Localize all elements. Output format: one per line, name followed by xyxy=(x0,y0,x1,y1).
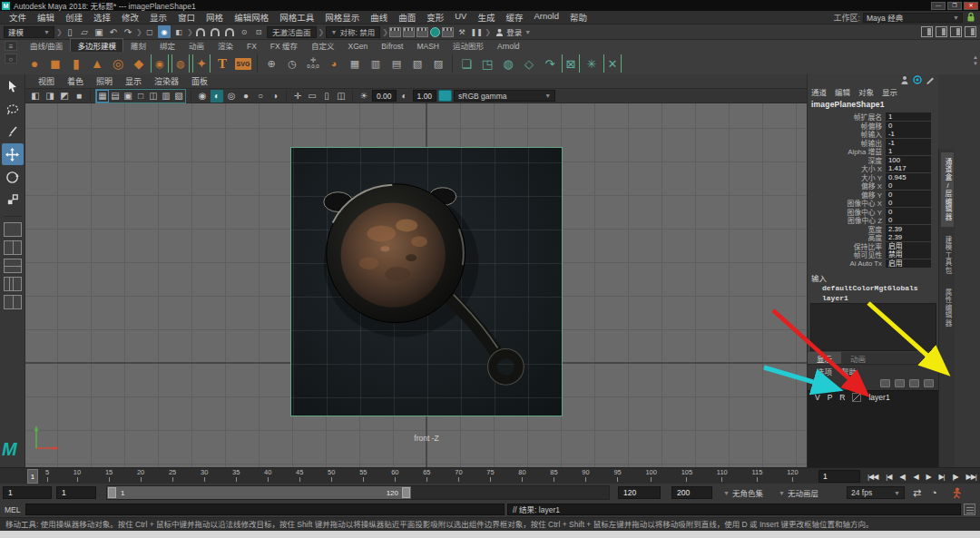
menu-item[interactable]: 窗口 xyxy=(172,11,201,24)
range-track[interactable]: 1 120 xyxy=(106,485,610,500)
channel-box-menu[interactable]: 显示 xyxy=(882,86,897,97)
exposure-field[interactable]: 0.00 xyxy=(372,90,397,102)
attribute-value[interactable]: 0 xyxy=(886,216,931,224)
create-empty-layer-icon[interactable] xyxy=(880,379,890,387)
channel-box-menu[interactable]: 对象 xyxy=(858,86,874,97)
attribute-value[interactable]: 启用 xyxy=(886,259,931,268)
command-language-label[interactable]: MEL xyxy=(0,505,25,514)
render-view-icon[interactable] xyxy=(389,27,401,37)
poly-plane-icon[interactable]: ◆ xyxy=(130,54,148,73)
camera-attributes-icon[interactable]: ◩ xyxy=(58,90,71,103)
select-hierarchy-icon[interactable]: ▢ xyxy=(143,25,156,38)
svg-tool-icon[interactable]: SVG xyxy=(234,54,252,73)
panel-menu-item[interactable]: 面板 xyxy=(186,75,213,87)
animation-start-field[interactable]: 1 xyxy=(3,486,52,499)
color-management-icon[interactable] xyxy=(438,90,452,102)
menu-item[interactable]: 变形 xyxy=(421,11,449,24)
menu-item[interactable]: 编辑网格 xyxy=(229,11,274,24)
panel-menu-item[interactable]: 显示 xyxy=(120,75,147,87)
separate-icon[interactable]: ◳ xyxy=(478,54,496,73)
menu-item[interactable]: 曲线 xyxy=(365,11,393,24)
select-tool[interactable] xyxy=(2,75,24,97)
shelf-tab[interactable]: 雕刻 xyxy=(124,39,152,52)
playback-loop-icon[interactable]: ⇄ xyxy=(913,486,921,499)
minimize-button[interactable]: — xyxy=(931,2,946,10)
viewport-3d[interactable]: front -Z xyxy=(25,103,832,467)
layer-reference-toggle[interactable]: R xyxy=(839,393,845,402)
attribute-value[interactable]: 启用 xyxy=(886,242,931,250)
separator[interactable]: ❯ xyxy=(382,26,387,38)
stack-icon[interactable]: ▨ xyxy=(429,54,447,73)
attribute-value[interactable]: -1 xyxy=(886,139,931,147)
menu-set-dropdown[interactable]: 建模▼ xyxy=(4,26,54,38)
layout-single-pane-button[interactable] xyxy=(4,222,22,237)
current-frame-marker[interactable]: 1 xyxy=(27,469,38,484)
shelf-tab[interactable]: 运动图形 xyxy=(446,39,490,52)
menu-item[interactable]: 网格 xyxy=(201,11,229,24)
target-weld-icon[interactable]: ✳ xyxy=(583,54,601,73)
restore-button[interactable]: ❐ xyxy=(947,2,962,10)
range-start-handle[interactable] xyxy=(108,487,116,498)
attribute-value[interactable]: 2.39 xyxy=(886,225,931,233)
layout-two-pane-button[interactable] xyxy=(4,240,22,255)
gate-mask-icon[interactable]: ◫ xyxy=(335,90,348,103)
combine-icon[interactable]: ❏ xyxy=(457,54,475,73)
playback-end-field[interactable]: 120 xyxy=(618,486,661,499)
toggle-channel-box-icon[interactable] xyxy=(950,26,962,37)
workspace-dropdown[interactable]: Maya 经典 ▼ xyxy=(863,13,963,23)
attribute-value[interactable]: 0.945 xyxy=(886,173,931,181)
layer-editor-menu[interactable]: 选项 xyxy=(817,366,832,377)
input-node[interactable]: layer1 xyxy=(811,293,918,303)
redo-icon[interactable]: ↷ xyxy=(122,25,134,38)
display-render-settings-icon[interactable] xyxy=(442,27,454,37)
attribute-value[interactable]: 禁用 xyxy=(886,250,931,259)
separator[interactable]: ❯ xyxy=(56,26,62,38)
make-live-icon[interactable]: ⊡ xyxy=(252,25,265,38)
menu-item[interactable]: 文件 xyxy=(4,11,32,24)
snap-to-point-icon[interactable] xyxy=(225,28,234,36)
attribute-value[interactable]: 0 xyxy=(886,199,931,207)
pause-icon[interactable]: ❚❚ xyxy=(470,25,483,38)
image-plane[interactable] xyxy=(290,147,563,416)
shelf-options-icon[interactable]: ○ xyxy=(5,54,17,64)
move-tool[interactable] xyxy=(2,143,24,165)
current-frame-field[interactable]: 1 xyxy=(818,470,860,483)
lights-icon[interactable]: □ xyxy=(134,90,147,103)
playback-button[interactable]: ▶ xyxy=(926,473,930,481)
layer-editor-tab[interactable]: 显示 xyxy=(808,352,841,364)
texture-view-icon[interactable]: ◐ xyxy=(211,90,223,103)
anim-layer-dropdown[interactable]: ▼ 无动画层 xyxy=(779,486,818,499)
attribute-value[interactable]: 1 xyxy=(886,112,931,121)
menu-item[interactable]: 网格工具 xyxy=(274,11,319,24)
menu-item[interactable]: 显示 xyxy=(144,11,172,24)
select-object-icon[interactable]: ◉ xyxy=(158,25,171,38)
two-sided-lighting-icon[interactable]: ◑ xyxy=(269,90,281,103)
poly-torus-icon[interactable]: ◎ xyxy=(109,54,127,73)
layer-editor-tab[interactable]: 动画 xyxy=(841,352,875,364)
range-bar[interactable]: 1 120 xyxy=(107,486,411,499)
snap-to-plane-icon[interactable]: ⊙ xyxy=(238,25,250,38)
shaded-icon[interactable]: ▤ xyxy=(109,90,122,103)
resolution-gate-icon[interactable]: ▯ xyxy=(320,90,333,103)
playback-button[interactable]: |◀◀ xyxy=(867,473,877,481)
textured-icon[interactable]: ▣ xyxy=(122,90,134,103)
input-node[interactable]: defaultColorMgtGlobals xyxy=(811,283,918,293)
move-layer-down-icon[interactable] xyxy=(924,379,934,387)
gamma-icon[interactable]: ◐ xyxy=(398,90,411,103)
panel-menu-item[interactable]: 视图 xyxy=(33,75,60,87)
film-gate-icon[interactable]: ▭ xyxy=(306,90,318,103)
snap-time-icon[interactable]: ◷ xyxy=(283,54,301,73)
menu-item[interactable]: 缓存 xyxy=(500,11,528,24)
lasso-tool[interactable] xyxy=(2,98,24,120)
scale-tool[interactable] xyxy=(2,189,24,210)
attribute-value[interactable]: 0 xyxy=(886,191,931,199)
platonic-solid-icon[interactable]: ◉ xyxy=(151,54,169,73)
xray-icon[interactable]: ◎ xyxy=(225,90,238,103)
smooth-mesh-icon[interactable]: ◍ xyxy=(172,54,190,73)
curve-warp-icon[interactable]: ▦ xyxy=(346,54,364,73)
render-settings-icon[interactable] xyxy=(430,27,440,37)
bridge-icon[interactable]: ↷ xyxy=(541,54,559,73)
script-editor-icon[interactable] xyxy=(964,504,975,515)
animation-end-field[interactable]: 200 xyxy=(671,486,712,499)
create-layer-from-selected-icon[interactable] xyxy=(895,379,905,387)
